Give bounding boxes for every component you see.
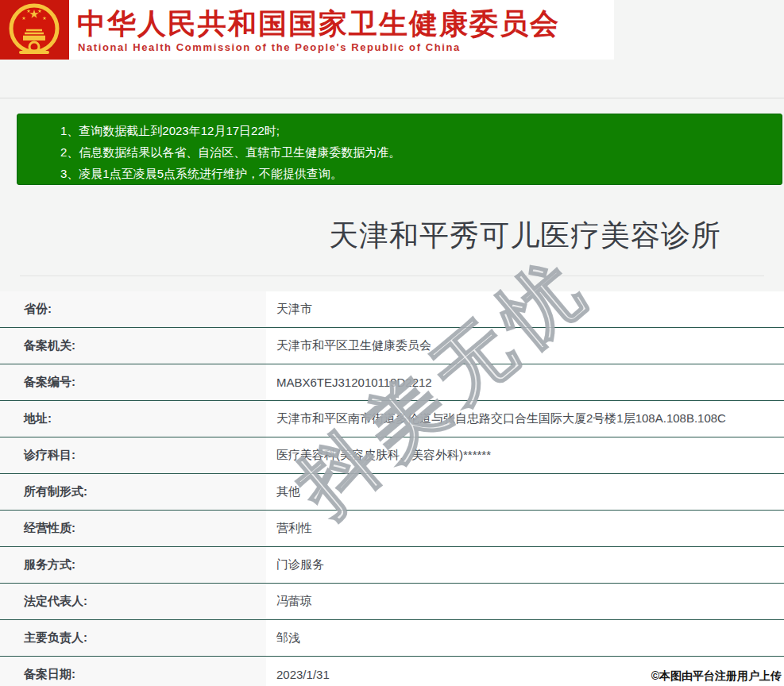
field-label: 服务方式: bbox=[0, 547, 266, 583]
notice-line-1: 1、查询数据截止到2023年12月17日22时; bbox=[60, 120, 774, 141]
copyright-watermark: ©本图由平台注册用户上传 bbox=[651, 669, 782, 684]
field-value: 医疗美容科(美容皮肤科、美容外科)****** bbox=[266, 437, 784, 473]
header-title-chinese: 中华人民共和国国家卫生健康委员会 bbox=[77, 5, 560, 44]
field-label: 经营性质: bbox=[0, 511, 266, 546]
record-row: 经营性质:营利性 bbox=[0, 511, 784, 547]
field-label: 所有制形式: bbox=[0, 474, 266, 510]
field-label: 诊疗科目: bbox=[0, 437, 266, 473]
site-header: 中华人民共和国国家卫生健康委员会 National Health Commiss… bbox=[0, 0, 614, 60]
record-row: 诊疗科目:医疗美容科(美容皮肤科、美容外科)****** bbox=[0, 437, 784, 474]
institution-name-title: 天津和平秀可儿医疗美容诊所 bbox=[266, 216, 784, 256]
record-row: 省份:天津市 bbox=[0, 291, 784, 328]
field-value: 天津市和平区卫生健康委员会 bbox=[266, 328, 784, 364]
record-row: 服务方式:门诊服务 bbox=[0, 547, 784, 584]
record-row: 主要负责人:邹浅 bbox=[0, 620, 784, 657]
record-row: 备案编号:MABX6TEJ312010119D2212 bbox=[0, 364, 784, 401]
field-label: 法定代表人: bbox=[0, 584, 266, 619]
notice-line-3: 3、凌晨1点至凌晨5点系统进行维护，不能提供查询。 bbox=[60, 163, 774, 184]
field-label: 备案编号: bbox=[0, 364, 266, 400]
page: 中华人民共和国国家卫生健康委员会 National Health Commiss… bbox=[0, 0, 784, 686]
field-value: 天津市和平区南市街道多伦道与张自忠路交口合生国际大厦2号楼1层108A.108B… bbox=[266, 401, 784, 437]
record-row: 法定代表人:冯蕾琼 bbox=[0, 584, 784, 620]
field-label: 备案日期: bbox=[0, 657, 266, 686]
record-row: 地址:天津市和平区南市街道多伦道与张自忠路交口合生国际大厦2号楼1层108A.1… bbox=[0, 401, 784, 437]
field-value: MABX6TEJ312010119D2212 bbox=[266, 364, 784, 400]
record-row: 备案机关:天津市和平区卫生健康委员会 bbox=[0, 328, 784, 364]
header-divider bbox=[0, 98, 784, 98]
field-value: 邹浅 bbox=[266, 620, 784, 656]
field-value: 门诊服务 bbox=[266, 547, 784, 583]
header-title-english: National Health Commission of the People… bbox=[78, 41, 461, 53]
field-value: 其他 bbox=[266, 474, 784, 510]
field-value: 冯蕾琼 bbox=[266, 584, 784, 619]
record-table: 省份:天津市备案机关:天津市和平区卫生健康委员会备案编号:MABX6TEJ312… bbox=[0, 291, 784, 686]
field-label: 省份: bbox=[0, 291, 266, 327]
notice-line-2: 2、信息数据结果以各省、自治区、直辖市卫生健康委数据为准。 bbox=[60, 141, 774, 163]
field-value: 天津市 bbox=[266, 291, 784, 327]
field-label: 备案机关: bbox=[0, 328, 266, 364]
field-label: 主要负责人: bbox=[0, 620, 266, 656]
field-value: 营利性 bbox=[266, 511, 784, 546]
query-notice-box: 1、查询数据截止到2023年12月17日22时; 2、信息数据结果以各省、自治区… bbox=[17, 114, 782, 185]
record-row: 所有制形式:其他 bbox=[0, 474, 784, 511]
field-label: 地址: bbox=[0, 401, 266, 437]
title-divider bbox=[20, 276, 764, 276]
china-national-emblem-icon bbox=[0, 0, 69, 60]
